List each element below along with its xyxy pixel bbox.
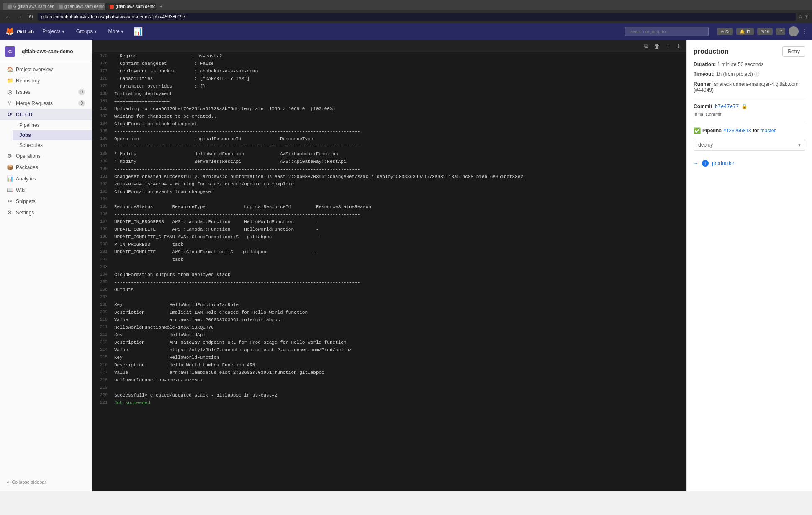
schedules-label: Schedules xyxy=(19,142,43,148)
settings-icon: ⚙ xyxy=(7,209,13,216)
sidebar-nav: 🏠 Project overview 📁 Repository ◎ Issues… xyxy=(0,62,92,220)
log-line-number: 175 xyxy=(92,52,111,60)
sidebar-item-merge-requests[interactable]: ⑂ Merge Requests 0 xyxy=(0,98,92,109)
nav-counter-1[interactable]: ⊕ 23 xyxy=(717,28,733,35)
sidebar-item-settings[interactable]: ⚙ Settings xyxy=(0,207,92,218)
sidebar-item-operations[interactable]: ⚙ Operations xyxy=(0,150,92,162)
log-line: 193CloudFormation events from changeset xyxy=(92,188,686,196)
extensions-icon[interactable]: ⊞ xyxy=(804,14,809,20)
log-line-number: 209 xyxy=(92,309,111,316)
url-input[interactable] xyxy=(38,13,796,21)
nav-counter-3[interactable]: ⊡ 16 xyxy=(757,28,773,35)
forward-button[interactable]: → xyxy=(15,13,24,21)
scroll-top-button[interactable]: ⤒ xyxy=(664,41,672,50)
log-line-content: P_IN_PROGRESS tack xyxy=(111,241,686,248)
pipelines-label: Pipelines xyxy=(19,122,40,128)
global-search-input[interactable] xyxy=(625,27,709,36)
log-line: 196-------------------------------------… xyxy=(92,211,686,218)
log-line-number: 204 xyxy=(92,271,111,278)
user-avatar[interactable] xyxy=(789,26,799,36)
log-line-number: 199 xyxy=(92,233,111,241)
sidebar-item-schedules[interactable]: Schedules xyxy=(13,140,92,150)
log-line-content: UPDATE_COMPLETE_CLEANU AWS::CloudFormati… xyxy=(111,233,686,241)
main-layout: G gitlab-aws-sam-demo 🏠 Project overview… xyxy=(0,40,812,491)
log-line-number: 190 xyxy=(92,165,111,173)
sidebar-item-snippets[interactable]: ✂ Snippets xyxy=(0,196,92,207)
log-line-content: Confirm changeset : False xyxy=(111,60,686,67)
timeout-label: Timeout: xyxy=(694,71,714,77)
browser-tab[interactable]: G gitlab-aws-sam-demo✕ xyxy=(3,3,54,10)
log-line: 219 xyxy=(92,384,686,391)
sidebar-item-analytics[interactable]: 📊 Analytics xyxy=(0,173,92,184)
sidebar: G gitlab-aws-sam-demo 🏠 Project overview… xyxy=(0,40,92,491)
log-line: 180Initiating deployment xyxy=(92,90,686,98)
sidebar-item-packages[interactable]: 📦 Packages xyxy=(0,162,92,173)
nav-more[interactable]: More ▾ xyxy=(105,27,127,36)
erase-log-button[interactable]: 🗑 xyxy=(652,41,661,50)
log-line: 200P_IN_PROGRESS tack xyxy=(92,241,686,248)
commit-hash-link[interactable]: b7e47e77 xyxy=(715,103,739,109)
log-line-content: Job succeeded xyxy=(111,399,686,407)
nav-groups[interactable]: Groups ▾ xyxy=(73,27,100,36)
log-line-number: 205 xyxy=(92,278,111,286)
scroll-bottom-button[interactable]: ⤓ xyxy=(675,41,683,50)
sidebar-item-issues[interactable]: ◎ Issues 0 xyxy=(0,86,92,98)
log-line-number: 208 xyxy=(92,301,111,309)
log-line-number: 181 xyxy=(92,98,111,105)
project-name: gitlab-aws-sam-demo xyxy=(22,46,73,57)
browser-tab[interactable]: gitlab-aws-sam-demo✕ xyxy=(54,3,105,10)
log-lines: 175 Region : us-east-2176 Confirm change… xyxy=(92,52,686,407)
issues-badge: 0 xyxy=(78,89,85,95)
deploy-target-row: → i production xyxy=(694,160,805,167)
pipeline-for-text: for xyxy=(753,128,759,134)
commit-row: Commit b7e47e77 🔒 xyxy=(694,103,805,109)
log-line-content: HelloWorldFunction-1PR2HZJDZY5C7 xyxy=(111,376,686,384)
pipeline-branch-link[interactable]: master xyxy=(761,128,776,134)
log-line-number: 221 xyxy=(92,399,111,407)
refresh-button[interactable]: ↻ xyxy=(27,13,35,21)
log-line: 208Key HelloWorldFunctionIamRole xyxy=(92,301,686,309)
log-line-number: 178 xyxy=(92,75,111,82)
sidebar-item-wiki[interactable]: 📖 Wiki xyxy=(0,184,92,196)
log-line-number: 182 xyxy=(92,105,111,113)
sidebar-item-jobs[interactable]: Jobs xyxy=(13,130,92,140)
back-button[interactable]: ← xyxy=(3,13,13,21)
sidebar-item-project-overview[interactable]: 🏠 Project overview xyxy=(0,64,92,75)
log-line-number: 207 xyxy=(92,294,111,301)
collapse-sidebar-button[interactable]: « Collapse sidebar xyxy=(0,476,92,488)
sidebar-item-repository[interactable]: 📁 Repository xyxy=(0,75,92,86)
browser-tab-new[interactable]: + xyxy=(157,3,166,10)
nav-projects[interactable]: Projects ▾ xyxy=(39,27,68,36)
pipeline-link[interactable]: #123266818 xyxy=(723,128,751,134)
log-line-number: 176 xyxy=(92,60,111,67)
cicd-icon: ⟳ xyxy=(7,111,13,118)
log-line: 197UPDATE_IN_PROGRESS AWS::Lambda::Funct… xyxy=(92,218,686,226)
log-line-number: 194 xyxy=(92,196,111,203)
log-line-number: 211 xyxy=(92,324,111,331)
log-line-content: HelloWorldFunctionRole-1X6XT1UXQEK76 xyxy=(111,324,686,331)
duration-row: Duration: 1 minute 53 seconds xyxy=(694,62,805,67)
nav-help-button[interactable]: ? xyxy=(776,28,785,35)
log-line: 177 Deployment s3 bucket : abubakar-aws-… xyxy=(92,67,686,75)
log-line-number: 188 xyxy=(92,150,111,158)
nav-kebab-icon[interactable]: ⋮ xyxy=(802,28,807,34)
sidebar-item-cicd[interactable]: ⟳ CI / CD xyxy=(0,109,92,120)
sidebar-item-pipelines[interactable]: Pipelines xyxy=(13,120,92,130)
environment-link[interactable]: production xyxy=(712,160,735,166)
log-line-content: Description API Gateway endpoint URL for… xyxy=(111,339,686,346)
job-name: production xyxy=(694,48,729,55)
bookmark-icon[interactable]: ☆ xyxy=(798,14,803,20)
browser-tab-active[interactable]: gitlab-aws-sam-demo✕ xyxy=(105,3,156,10)
right-panel: production Retry Duration: 1 minute 53 s… xyxy=(686,40,812,491)
log-line-content: CloudFormation outputs from deployed sta… xyxy=(111,271,686,278)
timeout-info-icon[interactable]: ⓘ xyxy=(754,71,759,77)
gitlab-logo[interactable]: 🦊 GitLab xyxy=(5,27,34,36)
log-line: 185-------------------------------------… xyxy=(92,128,686,135)
nav-counter-2[interactable]: 🔔 41 xyxy=(736,28,754,35)
gitlab-fox-icon: 🦊 xyxy=(5,27,14,36)
copy-log-button[interactable]: ⧉ xyxy=(642,41,650,50)
repository-icon: 📁 xyxy=(7,77,13,84)
timeout-val: 1h (from project) xyxy=(716,71,753,77)
retry-button[interactable]: Retry xyxy=(782,46,805,57)
log-line-content: ----------------------------------------… xyxy=(111,278,686,286)
